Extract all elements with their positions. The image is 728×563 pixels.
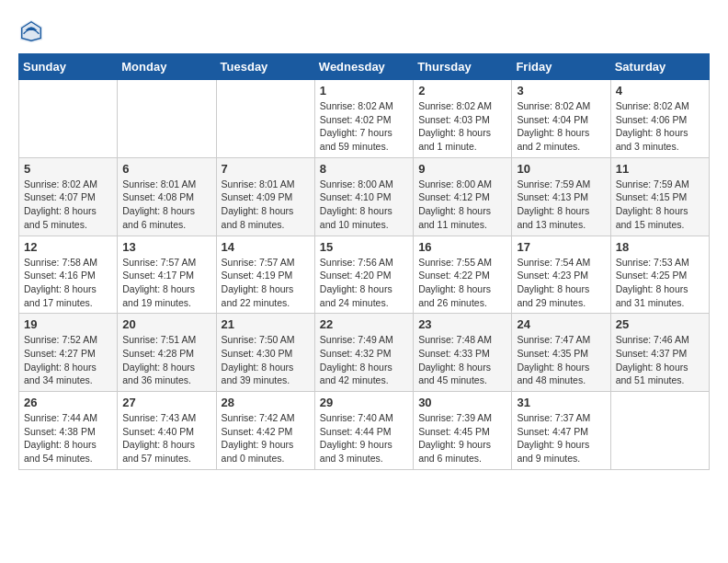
logo-icon — [18, 18, 44, 44]
day-info: Sunrise: 7:57 AM Sunset: 4:19 PM Dayligh… — [222, 256, 310, 310]
day-number: 19 — [24, 317, 112, 331]
day-number: 5 — [24, 162, 112, 176]
calendar-cell: 23Sunrise: 7:48 AM Sunset: 4:33 PM Dayli… — [414, 314, 512, 392]
calendar-cell — [19, 80, 118, 158]
day-info: Sunrise: 7:44 AM Sunset: 4:38 PM Dayligh… — [24, 411, 112, 465]
calendar-header: SundayMondayTuesdayWednesdayThursdayFrid… — [19, 54, 710, 80]
calendar-cell: 16Sunrise: 7:55 AM Sunset: 4:22 PM Dayli… — [414, 236, 512, 314]
day-info: Sunrise: 8:01 AM Sunset: 4:09 PM Dayligh… — [222, 178, 310, 232]
calendar-cell: 11Sunrise: 7:59 AM Sunset: 4:15 PM Dayli… — [610, 157, 709, 236]
day-info: Sunrise: 7:59 AM Sunset: 4:13 PM Dayligh… — [517, 178, 605, 232]
day-info: Sunrise: 8:01 AM Sunset: 4:08 PM Dayligh… — [122, 178, 210, 232]
day-info: Sunrise: 8:02 AM Sunset: 4:02 PM Dayligh… — [320, 99, 408, 154]
day-info: Sunrise: 7:46 AM Sunset: 4:37 PM Dayligh… — [616, 333, 704, 387]
day-info: Sunrise: 8:00 AM Sunset: 4:10 PM Dayligh… — [320, 178, 408, 232]
day-info: Sunrise: 7:50 AM Sunset: 4:30 PM Dayligh… — [222, 333, 310, 387]
calendar-cell: 7Sunrise: 8:01 AM Sunset: 4:09 PM Daylig… — [216, 157, 314, 236]
calendar-cell: 13Sunrise: 7:57 AM Sunset: 4:17 PM Dayli… — [118, 236, 216, 314]
calendar-cell: 30Sunrise: 7:39 AM Sunset: 4:45 PM Dayli… — [414, 392, 512, 470]
day-info: Sunrise: 7:40 AM Sunset: 4:44 PM Dayligh… — [320, 411, 408, 465]
day-number: 31 — [517, 396, 605, 409]
calendar-cell: 25Sunrise: 7:46 AM Sunset: 4:37 PM Dayli… — [610, 314, 709, 392]
day-number: 18 — [616, 240, 704, 254]
day-number: 7 — [222, 162, 310, 176]
calendar-cell: 20Sunrise: 7:51 AM Sunset: 4:28 PM Dayli… — [118, 314, 216, 392]
day-number: 28 — [222, 396, 310, 409]
day-number: 11 — [616, 162, 704, 176]
day-info: Sunrise: 7:57 AM Sunset: 4:17 PM Dayligh… — [122, 256, 210, 310]
day-number: 14 — [222, 240, 310, 254]
day-info: Sunrise: 8:00 AM Sunset: 4:12 PM Dayligh… — [418, 178, 506, 232]
calendar-cell: 5Sunrise: 8:02 AM Sunset: 4:07 PM Daylig… — [19, 157, 118, 236]
day-info: Sunrise: 7:48 AM Sunset: 4:33 PM Dayligh… — [418, 333, 506, 387]
calendar-cell — [610, 392, 709, 470]
day-number: 1 — [320, 84, 408, 98]
calendar-cell: 21Sunrise: 7:50 AM Sunset: 4:30 PM Dayli… — [216, 314, 314, 392]
day-number: 3 — [517, 84, 605, 98]
day-info: Sunrise: 7:37 AM Sunset: 4:47 PM Dayligh… — [517, 411, 605, 465]
day-info: Sunrise: 7:59 AM Sunset: 4:15 PM Dayligh… — [616, 178, 704, 232]
day-info: Sunrise: 7:55 AM Sunset: 4:22 PM Dayligh… — [418, 256, 506, 310]
calendar-cell: 1Sunrise: 8:02 AM Sunset: 4:02 PM Daylig… — [314, 80, 413, 158]
day-number: 25 — [616, 317, 704, 331]
day-number: 24 — [517, 317, 605, 331]
day-number: 21 — [222, 317, 310, 331]
weekday-saturday: Saturday — [610, 54, 709, 80]
day-info: Sunrise: 7:39 AM Sunset: 4:45 PM Dayligh… — [418, 411, 506, 465]
day-number: 20 — [122, 317, 210, 331]
day-number: 12 — [24, 240, 112, 254]
calendar-cell: 6Sunrise: 8:01 AM Sunset: 4:08 PM Daylig… — [118, 157, 216, 236]
calendar-cell: 15Sunrise: 7:56 AM Sunset: 4:20 PM Dayli… — [314, 236, 413, 314]
weekday-sunday: Sunday — [19, 54, 118, 80]
day-info: Sunrise: 8:02 AM Sunset: 4:06 PM Dayligh… — [616, 99, 704, 154]
day-info: Sunrise: 7:56 AM Sunset: 4:20 PM Dayligh… — [320, 256, 408, 310]
page-header — [18, 18, 710, 44]
day-number: 9 — [418, 162, 506, 176]
calendar-cell: 3Sunrise: 8:02 AM Sunset: 4:04 PM Daylig… — [512, 80, 610, 158]
calendar-cell: 9Sunrise: 8:00 AM Sunset: 4:12 PM Daylig… — [414, 157, 512, 236]
day-info: Sunrise: 8:02 AM Sunset: 4:04 PM Dayligh… — [517, 99, 605, 154]
calendar-cell — [216, 80, 314, 158]
day-number: 15 — [320, 240, 408, 254]
day-info: Sunrise: 8:02 AM Sunset: 4:03 PM Dayligh… — [418, 99, 506, 154]
day-number: 10 — [517, 162, 605, 176]
day-info: Sunrise: 7:43 AM Sunset: 4:40 PM Dayligh… — [122, 411, 210, 465]
day-number: 4 — [616, 84, 704, 98]
calendar-cell: 2Sunrise: 8:02 AM Sunset: 4:03 PM Daylig… — [414, 80, 512, 158]
week-row-2: 5Sunrise: 8:02 AM Sunset: 4:07 PM Daylig… — [19, 157, 710, 236]
calendar-cell: 29Sunrise: 7:40 AM Sunset: 4:44 PM Dayli… — [314, 392, 413, 470]
weekday-row: SundayMondayTuesdayWednesdayThursdayFrid… — [19, 54, 710, 80]
calendar-cell: 24Sunrise: 7:47 AM Sunset: 4:35 PM Dayli… — [512, 314, 610, 392]
day-info: Sunrise: 7:53 AM Sunset: 4:25 PM Dayligh… — [616, 256, 704, 310]
day-number: 2 — [418, 84, 506, 98]
calendar-cell: 10Sunrise: 7:59 AM Sunset: 4:13 PM Dayli… — [512, 157, 610, 236]
calendar-table: SundayMondayTuesdayWednesdayThursdayFrid… — [18, 53, 710, 470]
week-row-4: 19Sunrise: 7:52 AM Sunset: 4:27 PM Dayli… — [19, 314, 710, 392]
calendar-cell: 19Sunrise: 7:52 AM Sunset: 4:27 PM Dayli… — [19, 314, 118, 392]
day-number: 17 — [517, 240, 605, 254]
day-number: 29 — [320, 396, 408, 409]
weekday-monday: Monday — [118, 54, 216, 80]
day-number: 6 — [122, 162, 210, 176]
calendar-cell: 22Sunrise: 7:49 AM Sunset: 4:32 PM Dayli… — [314, 314, 413, 392]
calendar-cell: 26Sunrise: 7:44 AM Sunset: 4:38 PM Dayli… — [19, 392, 118, 470]
logo — [18, 18, 48, 44]
week-row-5: 26Sunrise: 7:44 AM Sunset: 4:38 PM Dayli… — [19, 392, 710, 470]
week-row-3: 12Sunrise: 7:58 AM Sunset: 4:16 PM Dayli… — [19, 236, 710, 314]
day-info: Sunrise: 7:47 AM Sunset: 4:35 PM Dayligh… — [517, 333, 605, 387]
day-number: 13 — [122, 240, 210, 254]
weekday-thursday: Thursday — [414, 54, 512, 80]
day-info: Sunrise: 7:52 AM Sunset: 4:27 PM Dayligh… — [24, 333, 112, 387]
calendar-body: 1Sunrise: 8:02 AM Sunset: 4:02 PM Daylig… — [19, 80, 710, 470]
day-number: 16 — [418, 240, 506, 254]
weekday-wednesday: Wednesday — [314, 54, 413, 80]
calendar-cell: 28Sunrise: 7:42 AM Sunset: 4:42 PM Dayli… — [216, 392, 314, 470]
day-number: 22 — [320, 317, 408, 331]
calendar-cell: 17Sunrise: 7:54 AM Sunset: 4:23 PM Dayli… — [512, 236, 610, 314]
day-info: Sunrise: 7:49 AM Sunset: 4:32 PM Dayligh… — [320, 333, 408, 387]
calendar-cell — [118, 80, 216, 158]
day-info: Sunrise: 7:42 AM Sunset: 4:42 PM Dayligh… — [222, 411, 310, 465]
calendar-cell: 8Sunrise: 8:00 AM Sunset: 4:10 PM Daylig… — [314, 157, 413, 236]
day-number: 23 — [418, 317, 506, 331]
calendar-cell: 14Sunrise: 7:57 AM Sunset: 4:19 PM Dayli… — [216, 236, 314, 314]
